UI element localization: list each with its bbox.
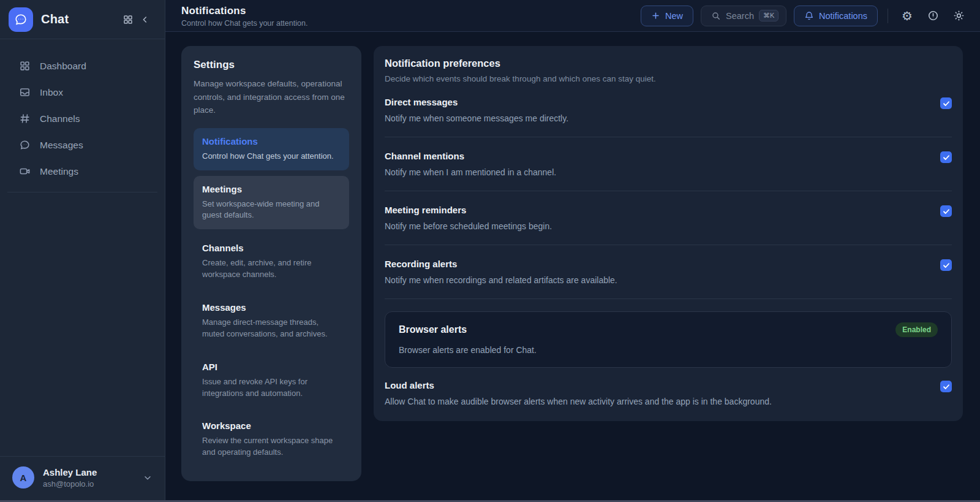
- app-window: Chat Dashbo: [0, 0, 980, 502]
- check-icon: [943, 154, 950, 161]
- sidebar-item-label: Dashboard: [40, 61, 86, 72]
- toggle-label: Loud alerts: [385, 380, 922, 390]
- search-label: Search: [726, 11, 754, 21]
- settings-item-description: Create, edit, archive, and retire worksp…: [202, 257, 341, 281]
- avatar: A: [12, 466, 34, 489]
- settings-item-label: Channels: [202, 243, 341, 253]
- toggle-label: Recording alerts: [385, 259, 922, 269]
- settings-item-notifications[interactable]: Notifications Control how Chat gets your…: [194, 128, 349, 170]
- preferences-description: Decide which events should break through…: [385, 74, 952, 83]
- theme-toggle-sun-icon[interactable]: [949, 7, 968, 25]
- settings-item-api[interactable]: API Issue and revoke API keys for integr…: [194, 354, 349, 408]
- sidebar-item-messages[interactable]: Messages: [7, 132, 157, 158]
- sidebar-item-dashboard[interactable]: Dashboard: [7, 53, 157, 79]
- toggle-description: Notify me when recordings and related ar…: [385, 275, 922, 285]
- check-icon: [943, 208, 950, 215]
- toggle-row-recording-alerts: Recording alerts Notify me when recordin…: [385, 245, 952, 285]
- user-meta: Ashley Lane ash@topolo.io: [43, 467, 134, 489]
- settings-nav-list: Notifications Control how Chat gets your…: [194, 128, 349, 466]
- settings-item-label: Messages: [202, 302, 341, 313]
- settings-gear-icon[interactable]: ⚙: [898, 7, 916, 25]
- topbar-divider: [888, 9, 888, 23]
- check-icon: [943, 262, 950, 269]
- user-menu[interactable]: A Ashley Lane ash@topolo.io: [0, 456, 165, 502]
- page-heading: Notifications Control how Chat gets your…: [181, 4, 641, 28]
- loud-alerts-checkbox[interactable]: [940, 381, 952, 392]
- settings-item-label: API: [202, 362, 341, 372]
- settings-item-description: Control how Chat gets your attention.: [202, 151, 341, 162]
- settings-item-label: Meetings: [202, 184, 341, 194]
- channel-mentions-checkbox[interactable]: [940, 151, 952, 163]
- settings-item-label: Workspace: [202, 420, 341, 431]
- top-bar: Notifications Control how Chat gets your…: [165, 0, 980, 32]
- enabled-status-badge: Enabled: [895, 322, 938, 337]
- settings-item-meetings[interactable]: Meetings Set workspace-wide meeting and …: [194, 176, 349, 230]
- direct-messages-checkbox[interactable]: [940, 97, 952, 109]
- sidebar-divider: [7, 192, 157, 192]
- chat-bubble-logo-icon: [14, 13, 28, 26]
- notifications-button[interactable]: Notifications: [794, 6, 878, 26]
- settings-item-description: Manage direct-message threads, muted con…: [202, 317, 341, 340]
- toggle-row-loud-alerts: Loud alerts Allow Chat to make audible b…: [385, 368, 952, 406]
- app-logo: [9, 7, 33, 32]
- meeting-reminders-checkbox[interactable]: [940, 205, 952, 217]
- toggle-description: Notify me before scheduled meetings begi…: [385, 221, 922, 231]
- settings-item-messages[interactable]: Messages Manage direct-message threads, …: [194, 294, 349, 348]
- browser-alerts-title: Browser alerts: [399, 324, 895, 335]
- settings-item-description: Issue and revoke API keys for integratio…: [202, 376, 341, 400]
- toggle-description: Notify me when I am mentioned in a chann…: [385, 167, 922, 177]
- search-shortcut-keycap: ⌘K: [759, 10, 778, 21]
- preferences-title: Notification preferences: [385, 58, 952, 69]
- toggle-label: Direct messages: [385, 97, 922, 107]
- sidebar-item-meetings[interactable]: Meetings: [7, 158, 157, 184]
- settings-item-label: Notifications: [202, 136, 341, 146]
- toggle-row-direct-messages: Direct messages Notify me when someone m…: [385, 83, 952, 123]
- toggle-row-channel-mentions: Channel mentions Notify me when I am men…: [385, 137, 952, 177]
- chevron-down-icon: [143, 473, 153, 482]
- apps-grid-icon[interactable]: [119, 11, 137, 28]
- settings-card-description: Manage workspace defaults, operational c…: [194, 77, 349, 117]
- page-title: Notifications: [181, 5, 641, 17]
- new-button[interactable]: New: [641, 6, 693, 26]
- sidebar-item-channels[interactable]: Channels: [7, 105, 157, 132]
- sidebar: Chat Dashbo: [0, 0, 165, 502]
- toggle-texts: Meeting reminders Notify me before sched…: [385, 205, 940, 231]
- toggle-texts: Loud alerts Allow Chat to make audible b…: [385, 380, 940, 406]
- app-title: Chat: [41, 12, 119, 26]
- browser-alerts-header: Browser alerts Enabled: [399, 322, 938, 337]
- settings-item-channels[interactable]: Channels Create, edit, archive, and reti…: [194, 235, 349, 289]
- content-area: Notifications Control how Chat gets your…: [165, 0, 980, 502]
- user-email: ash@topolo.io: [43, 479, 134, 489]
- settings-item-description: Set workspace-wide meeting and guest def…: [202, 199, 341, 222]
- video-camera-icon: [18, 165, 31, 177]
- notifications-button-label: Notifications: [819, 11, 867, 21]
- recording-alerts-checkbox[interactable]: [940, 259, 952, 271]
- main-content: Settings Manage workspace defaults, oper…: [165, 32, 980, 502]
- browser-alerts-card: Browser alerts Enabled Browser alerts ar…: [385, 311, 952, 368]
- message-bubble-icon: [18, 139, 31, 151]
- toggle-texts: Channel mentions Notify me when I am men…: [385, 151, 940, 177]
- search-input[interactable]: Search ⌘K: [701, 6, 786, 26]
- collapse-sidebar-chevron-left-icon[interactable]: [137, 11, 154, 28]
- sidebar-header: Chat: [0, 0, 165, 39]
- toggle-texts: Direct messages Notify me when someone m…: [385, 97, 940, 123]
- check-icon: [943, 100, 950, 107]
- toggle-description: Notify me when someone messages me direc…: [385, 113, 922, 123]
- toggle-label: Channel mentions: [385, 151, 922, 161]
- toggle-description: Allow Chat to make audible browser alert…: [385, 397, 922, 406]
- notification-preferences-panel: Notification preferences Decide which ev…: [374, 46, 963, 421]
- toggle-label: Meeting reminders: [385, 205, 922, 215]
- search-icon: [711, 11, 721, 21]
- plus-icon: [651, 11, 660, 20]
- sidebar-item-label: Messages: [40, 140, 83, 151]
- help-info-icon[interactable]: [924, 7, 942, 25]
- settings-nav-card: Settings Manage workspace defaults, oper…: [181, 46, 361, 481]
- user-name: Ashley Lane: [43, 467, 134, 477]
- sidebar-item-inbox[interactable]: Inbox: [7, 79, 157, 105]
- row-divider: [385, 299, 952, 299]
- new-button-label: New: [665, 11, 683, 21]
- sidebar-nav: Dashboard Inbox Channels: [0, 39, 165, 201]
- inbox-icon: [18, 86, 31, 98]
- settings-item-workspace[interactable]: Workspace Review the current workspace s…: [194, 413, 349, 466]
- settings-card-title: Settings: [194, 59, 349, 71]
